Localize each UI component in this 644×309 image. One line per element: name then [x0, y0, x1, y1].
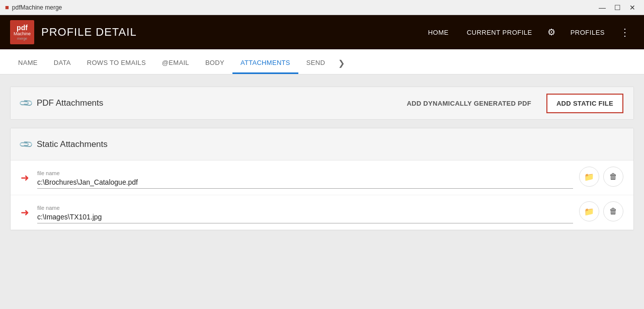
- delete-file-button-2[interactable]: 🗑: [603, 201, 623, 221]
- file-label-2: file name: [37, 205, 573, 211]
- file-actions-2: 📁 🗑: [579, 201, 623, 221]
- gear-icon[interactable]: ⚙: [543, 23, 559, 42]
- file-row: ➜ file name c:\Brochures\Jan_Catalogue.p…: [11, 161, 633, 195]
- paperclip-icon: 📎: [18, 95, 34, 111]
- folder-icon-1: 📁: [584, 172, 594, 182]
- pdf-attachments-header: 📎 PDF Attachments ADD DYNAMICALLY GENERA…: [11, 87, 633, 119]
- static-attachments-header: 📎 Static Attachments: [11, 128, 633, 161]
- file-row: ➜ file name c:\Images\TX101.jpg 📁 🗑: [11, 195, 633, 230]
- tab-more-icon[interactable]: ❯: [333, 52, 350, 74]
- more-icon[interactable]: ⋮: [616, 22, 634, 42]
- static-attachments-card: 📎 Static Attachments ➜ file name c:\Broc…: [10, 128, 634, 230]
- tab-name[interactable]: NAME: [10, 53, 46, 74]
- title-bar: ■ pdfMachine merge — ☐ ✕: [0, 0, 644, 15]
- add-dynamic-pdf-button[interactable]: ADD DYNAMICALLY GENERATED PDF: [396, 95, 541, 112]
- maximize-button[interactable]: ☐: [611, 3, 624, 13]
- file-input-wrap-1: file name c:\Brochures\Jan_Catalogue.pdf: [37, 170, 573, 189]
- trash-icon-2: 🗑: [609, 207, 617, 216]
- tab-bar: NAME DATA ROWS TO EMAILS @EMAIL BODY ATT…: [0, 49, 644, 74]
- pdf-attachments-card: 📎 PDF Attachments ADD DYNAMICALLY GENERA…: [10, 87, 634, 120]
- browse-file-button-1[interactable]: 📁: [579, 167, 599, 187]
- app-logo-small: ■: [5, 4, 9, 11]
- nav-home[interactable]: HOME: [421, 25, 456, 40]
- trash-icon-1: 🗑: [609, 172, 617, 181]
- folder-icon-2: 📁: [584, 207, 594, 216]
- static-paperclip-icon: 📎: [18, 136, 34, 152]
- nav-profiles[interactable]: PROFILES: [564, 25, 612, 40]
- tab-attachments[interactable]: ATTACHMENTS: [232, 53, 298, 74]
- file-actions-1: 📁 🗑: [579, 167, 623, 187]
- nav-current-profile[interactable]: CURRENT PROFILE: [460, 25, 539, 40]
- add-static-file-button[interactable]: ADD STATIC FILE: [546, 94, 623, 113]
- app-header: pdf Machine merge PROFILE DETAIL HOME CU…: [0, 15, 644, 49]
- tab-rows-to-emails[interactable]: ROWS TO EMAILS: [79, 53, 154, 74]
- pdf-attachments-title: PDF Attachments: [37, 98, 396, 108]
- app-title: pdfMachine merge: [12, 4, 62, 11]
- logo-machine-text: Machine: [14, 31, 31, 37]
- tab-email[interactable]: @EMAIL: [154, 53, 197, 74]
- delete-file-button-1[interactable]: 🗑: [603, 167, 623, 187]
- file-input-wrap-2: file name c:\Images\TX101.jpg: [37, 205, 573, 223]
- page-title: PROFILE DETAIL: [41, 26, 137, 39]
- file-label-1: file name: [37, 170, 573, 176]
- main-content: 📎 PDF Attachments ADD DYNAMICALLY GENERA…: [0, 74, 644, 309]
- static-attachments-title: Static Attachments: [37, 139, 623, 149]
- logo-pdf-text: pdf: [14, 24, 31, 31]
- arrow-indicator-1: ➜: [21, 172, 29, 184]
- tab-data[interactable]: DATA: [46, 53, 79, 74]
- file-value-1: c:\Brochures\Jan_Catalogue.pdf: [37, 178, 573, 189]
- tab-send[interactable]: SEND: [298, 53, 333, 74]
- arrow-indicator-2: ➜: [21, 206, 29, 218]
- app-logo: pdf Machine merge: [10, 20, 34, 44]
- close-button[interactable]: ✕: [626, 3, 639, 13]
- file-value-2: c:\Images\TX101.jpg: [37, 213, 573, 223]
- tab-body[interactable]: BODY: [197, 53, 232, 74]
- minimize-button[interactable]: —: [596, 3, 609, 13]
- header-nav: HOME CURRENT PROFILE ⚙ PROFILES ⋮: [421, 22, 634, 42]
- logo-merge-text: merge: [14, 37, 31, 40]
- browse-file-button-2[interactable]: 📁: [579, 201, 599, 221]
